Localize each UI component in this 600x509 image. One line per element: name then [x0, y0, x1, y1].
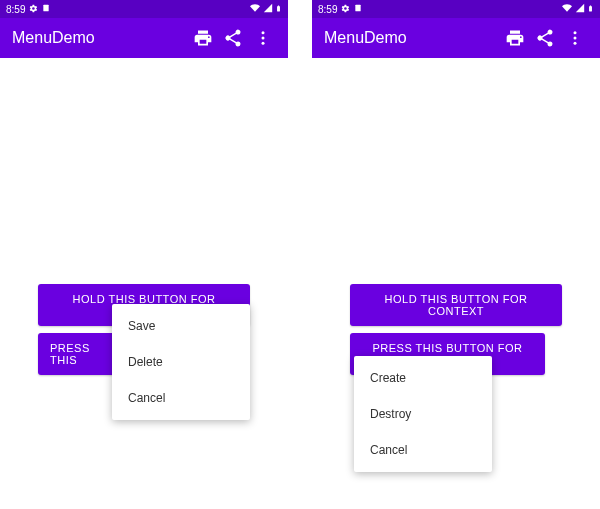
popup-menu-item-cancel[interactable]: Cancel [354, 432, 492, 468]
status-time: 8:59 [318, 4, 337, 15]
battery-icon [587, 3, 594, 16]
context-button[interactable]: HOLD THIS BUTTON FOR CONTEXT [350, 284, 562, 326]
card-icon [42, 3, 50, 15]
svg-point-4 [574, 37, 577, 40]
popup-menu-item-destroy[interactable]: Destroy [354, 396, 492, 432]
print-icon[interactable] [188, 23, 218, 53]
svg-point-1 [262, 37, 265, 40]
svg-point-3 [574, 31, 577, 34]
overflow-icon[interactable] [248, 23, 278, 53]
status-time: 8:59 [6, 4, 25, 15]
card-icon [354, 3, 362, 15]
context-menu: Save Delete Cancel [112, 304, 250, 420]
app-bar: MenuDemo [312, 18, 600, 58]
context-menu-item-save[interactable]: Save [112, 308, 250, 344]
app-title: MenuDemo [322, 29, 407, 47]
svg-point-2 [262, 42, 265, 45]
signal-icon [575, 3, 585, 15]
popup-button[interactable]: PRESS THIS [38, 333, 118, 375]
svg-point-0 [262, 31, 265, 34]
signal-icon [263, 3, 273, 15]
content-area: HOLD THIS BUTTON FOR CONTEXT PRESS THIS [0, 58, 288, 509]
share-icon[interactable] [530, 23, 560, 53]
gear-icon [341, 4, 350, 15]
context-menu-item-cancel[interactable]: Cancel [112, 380, 250, 416]
context-menu-item-delete[interactable]: Delete [112, 344, 250, 380]
wifi-icon [249, 3, 261, 15]
overflow-icon[interactable] [560, 23, 590, 53]
popup-menu: Create Destroy Cancel [354, 356, 492, 472]
status-bar: 8:59 [312, 0, 600, 18]
print-icon[interactable] [500, 23, 530, 53]
battery-icon [275, 3, 282, 16]
screen-left: 8:59 MenuDemo [0, 0, 288, 509]
app-bar: MenuDemo [0, 18, 288, 58]
status-bar: 8:59 [0, 0, 288, 18]
popup-menu-item-create[interactable]: Create [354, 360, 492, 396]
wifi-icon [561, 3, 573, 15]
gear-icon [29, 4, 38, 15]
app-title: MenuDemo [10, 29, 95, 47]
svg-point-5 [574, 42, 577, 45]
share-icon[interactable] [218, 23, 248, 53]
